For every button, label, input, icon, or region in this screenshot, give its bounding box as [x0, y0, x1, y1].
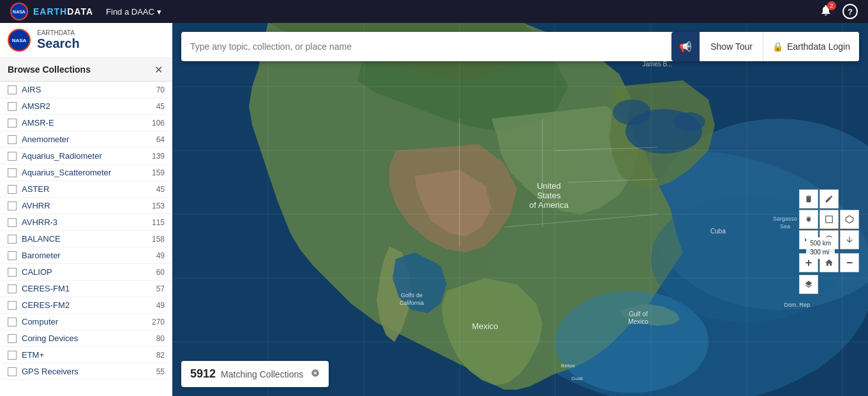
- rectangle-icon: [825, 215, 834, 224]
- svg-text:Golfo de: Golfo de: [401, 292, 423, 298]
- list-item[interactable]: Aquarius_Scatterometer 159: [0, 165, 172, 181]
- list-item[interactable]: GPS Receivers 55: [0, 363, 172, 380]
- home-icon: [825, 258, 834, 267]
- item-checkbox[interactable]: [8, 284, 17, 293]
- list-item[interactable]: Anemometer 64: [0, 131, 172, 148]
- list-item[interactable]: BALANCE 158: [0, 231, 172, 247]
- edit-tools-row: [799, 189, 859, 209]
- item-checkbox[interactable]: [8, 202, 17, 210]
- point-tool-button[interactable]: [799, 210, 818, 229]
- announce-button[interactable]: 📢: [671, 32, 700, 61]
- list-item[interactable]: Computer 270: [0, 314, 172, 330]
- svg-text:James B...: James B...: [642, 61, 672, 68]
- svg-point-5: [613, 99, 651, 125]
- scale-bar: 500 km 300 mi: [806, 237, 835, 259]
- polygon-icon: [845, 215, 854, 224]
- item-checkbox[interactable]: [8, 251, 17, 260]
- sidebar: NASA EARTHDATA Search Browse Collections…: [0, 23, 172, 396]
- svg-text:Sargasso: Sargasso: [773, 216, 797, 222]
- list-item[interactable]: CERES-FM2 49: [0, 297, 172, 314]
- list-item[interactable]: Aquarius_Radiometer 139: [0, 148, 172, 165]
- polygon-tool-button[interactable]: [840, 210, 859, 229]
- browse-collections-header: Browse Collections ✕: [0, 58, 172, 82]
- layers-icon: [804, 280, 813, 289]
- browse-collections-title: Browse Collections: [8, 64, 91, 75]
- item-checkbox[interactable]: [8, 135, 17, 144]
- layers-control: [799, 275, 859, 294]
- svg-text:Belize: Belize: [561, 363, 575, 369]
- item-checkbox[interactable]: [8, 152, 17, 161]
- list-item[interactable]: ETM+ 82: [0, 347, 172, 363]
- svg-text:Cuba: Cuba: [710, 228, 726, 235]
- close-browse-button[interactable]: ✕: [152, 63, 165, 76]
- svg-text:States: States: [537, 191, 561, 200]
- list-item[interactable]: Coring Devices 80: [0, 330, 172, 347]
- notification-badge: 2: [827, 1, 836, 10]
- map-area[interactable]: United States of America Mexico Gulf of …: [172, 23, 868, 396]
- list-item[interactable]: AVHRR-3 115: [0, 214, 172, 231]
- item-checkbox[interactable]: [8, 301, 17, 310]
- list-item[interactable]: AIRS 70: [0, 82, 172, 98]
- find-daac-menu[interactable]: Find a DAAC ▾: [106, 7, 161, 17]
- lock-icon: 🔒: [772, 41, 783, 52]
- item-checkbox[interactable]: [8, 235, 17, 244]
- item-checkbox[interactable]: [8, 268, 17, 277]
- list-item[interactable]: AVHRR 153: [0, 198, 172, 214]
- item-checkbox[interactable]: [8, 185, 17, 194]
- item-checkbox[interactable]: [8, 351, 17, 360]
- list-item[interactable]: CALIOP 60: [0, 264, 172, 281]
- top-right-buttons: 📢 Show Tour 🔒 Earthdata Login: [671, 32, 859, 61]
- top-nav-right: 2 ?: [819, 4, 858, 19]
- item-checkbox[interactable]: [8, 334, 17, 343]
- login-button[interactable]: 🔒 Earthdata Login: [763, 32, 859, 61]
- arrow-down-icon: [845, 235, 854, 244]
- matching-close-button[interactable]: [311, 369, 320, 380]
- map-background: United States of America Mexico Gulf of …: [172, 23, 868, 396]
- shape-tools-row: [799, 210, 859, 229]
- layers-button[interactable]: [799, 275, 818, 294]
- svg-point-6: [673, 112, 705, 131]
- edit-shape-button[interactable]: [819, 189, 839, 209]
- show-tour-button[interactable]: Show Tour: [700, 32, 763, 61]
- search-input[interactable]: [186, 41, 745, 52]
- svg-text:Sea: Sea: [780, 223, 790, 230]
- map-svg: United States of America Mexico Gulf of …: [172, 23, 868, 396]
- nasa-logo: NASA: [10, 3, 28, 20]
- list-item[interactable]: CERES-FM1 57: [0, 281, 172, 297]
- item-checkbox[interactable]: [8, 119, 17, 128]
- trash-icon: [804, 194, 813, 203]
- svg-text:Mexico: Mexico: [472, 321, 498, 331]
- notifications-button[interactable]: 2: [819, 4, 832, 19]
- svg-text:Dom. Rep.: Dom. Rep.: [784, 302, 811, 308]
- svg-text:of America: of America: [529, 200, 569, 210]
- matching-collections-panel: 5912 Matching Collections: [181, 361, 329, 387]
- rectangle-tool-button[interactable]: [819, 210, 839, 229]
- matching-count: 5912: [190, 367, 216, 381]
- trash-button[interactable]: [799, 189, 818, 209]
- list-item[interactable]: AMSR2 45: [0, 98, 172, 115]
- sidebar-nasa-logo: NASA: [8, 29, 31, 52]
- item-checkbox[interactable]: [8, 218, 17, 227]
- svg-text:United: United: [537, 181, 561, 191]
- sidebar-header: NASA EARTHDATA Search: [0, 23, 172, 58]
- item-checkbox[interactable]: [8, 367, 17, 376]
- arrow-down-button[interactable]: [840, 230, 859, 249]
- item-checkbox[interactable]: [8, 85, 17, 94]
- item-checkbox[interactable]: [8, 168, 17, 177]
- list-item[interactable]: ASTER 45: [0, 181, 172, 198]
- edit-icon: [825, 194, 834, 203]
- help-button[interactable]: ?: [842, 4, 858, 19]
- item-checkbox[interactable]: [8, 102, 17, 111]
- zoom-out-button[interactable]: −: [840, 253, 859, 272]
- main-area: NASA EARTHDATA Search Browse Collections…: [0, 23, 868, 396]
- list-item[interactable]: AMSR-E 106: [0, 115, 172, 131]
- svg-text:California: California: [400, 300, 424, 306]
- svg-text:Gulf of: Gulf of: [629, 311, 648, 318]
- item-checkbox[interactable]: [8, 318, 17, 326]
- nasa-brand: NASA EARTHDATA: [10, 3, 93, 20]
- sidebar-list[interactable]: AIRS 70 AMSR2 45 AMSR-E 106 Anemometer 6…: [0, 82, 172, 396]
- search-title: Search: [37, 36, 80, 51]
- top-navigation: NASA EARTHDATA Find a DAAC ▾ 2 ?: [0, 0, 868, 23]
- earthdata-subtitle: EARTHDATA: [37, 29, 80, 36]
- list-item[interactable]: Barometer 49: [0, 247, 172, 264]
